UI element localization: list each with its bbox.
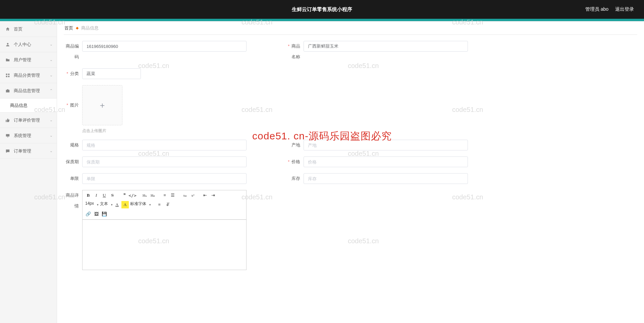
label-image: 图片 <box>64 85 82 125</box>
breadcrumb: 首页 ◆ 商品信息 <box>64 21 637 35</box>
sidebar-item-label: 订单评价管理 <box>14 117 40 123</box>
text-style-select[interactable]: 文本 <box>99 201 109 208</box>
underline-icon[interactable]: U <box>101 192 108 199</box>
sidebar-item-users[interactable]: 用户管理 ⌄ <box>0 52 57 68</box>
sidebar-item-label: 用户管理 <box>14 57 31 63</box>
outdent-icon[interactable]: ⇤ <box>201 192 209 199</box>
input-price[interactable] <box>304 156 468 167</box>
ordered-list-icon[interactable]: ≡ <box>161 192 168 199</box>
sidebar: 首页 个人中心 ⌄ 用户管理 ⌄ 商品分类管理 ⌄ 商品信息管理 ⌃ 商品信息 … <box>0 21 57 323</box>
font-size-select[interactable]: 14px <box>85 201 95 208</box>
h2-icon[interactable]: H₂ <box>149 192 156 199</box>
rich-text-editor: B I U S ❞ </> H₁ H₂ ≡ ☰ <box>82 190 247 270</box>
sidebar-item-home[interactable]: 首页 <box>0 21 57 37</box>
header-right: 管理员 abo 退出登录 <box>585 6 644 12</box>
select-category[interactable] <box>82 68 141 79</box>
chevron-up-icon: ⌃ <box>50 88 53 93</box>
input-stock[interactable] <box>304 173 468 184</box>
label-price: 价格 <box>285 156 304 167</box>
home-icon <box>5 26 10 32</box>
upload-hint: 点击上传图片 <box>82 128 122 134</box>
chevron-down-icon: ⌄ <box>50 58 53 62</box>
input-product-name[interactable] <box>304 41 468 52</box>
sidebar-item-label: 个人中心 <box>14 42 31 48</box>
label-detail: 商品详情 <box>64 190 82 211</box>
input-origin[interactable] <box>304 140 468 150</box>
thumb-icon <box>5 118 10 123</box>
plus-icon: ＋ <box>98 100 106 111</box>
sidebar-item-label: 商品信息管理 <box>14 88 40 94</box>
label-spec: 规格 <box>64 140 82 150</box>
align-icon[interactable]: ≡ <box>156 201 163 208</box>
subscript-icon[interactable]: x₂ <box>181 192 189 199</box>
logout-button[interactable]: 退出登录 <box>615 6 634 12</box>
sidebar-item-label: 首页 <box>14 26 22 32</box>
input-product-code[interactable] <box>82 41 247 52</box>
breadcrumb-separator-icon: ◆ <box>76 26 78 30</box>
chevron-down-icon: ⌄ <box>50 118 53 122</box>
label-origin: 产地 <box>285 140 304 150</box>
sidebar-item-system[interactable]: 系统管理 ⌄ <box>0 128 57 143</box>
grid-icon <box>5 73 10 78</box>
bg-color-icon[interactable]: A <box>121 201 129 208</box>
input-limit[interactable] <box>82 173 247 184</box>
label-product-code: 商品编码 <box>64 41 82 62</box>
indent-icon[interactable]: ⇥ <box>209 192 217 199</box>
product-form: 商品编码 商品名称 分类 图片 <box>64 41 637 276</box>
label-category: 分类 <box>64 68 82 79</box>
svg-rect-4 <box>8 76 9 77</box>
chat-icon <box>5 148 10 154</box>
svg-rect-3 <box>6 76 7 77</box>
editor-body[interactable] <box>83 219 246 270</box>
bold-icon[interactable]: B <box>85 192 92 199</box>
desktop-icon <box>5 133 10 138</box>
unordered-list-icon[interactable]: ☰ <box>169 192 176 199</box>
image-upload[interactable]: ＋ <box>82 85 122 125</box>
label-product-name: 商品名称 <box>285 41 304 62</box>
breadcrumb-home[interactable]: 首页 <box>64 25 73 31</box>
main-content: 首页 ◆ 商品信息 商品编码 商品名称 分类 <box>57 21 644 323</box>
strike-icon[interactable]: S <box>109 192 116 199</box>
editor-toolbar: B I U S ❞ </> H₁ H₂ ≡ ☰ <box>83 190 246 219</box>
briefcase-icon <box>5 88 10 93</box>
sidebar-subitem-product-info[interactable]: 商品信息 <box>0 99 57 113</box>
breadcrumb-current: 商品信息 <box>81 25 99 31</box>
chevron-down-icon: ⌄ <box>50 149 53 153</box>
sidebar-item-personal[interactable]: 个人中心 ⌄ <box>0 37 57 52</box>
chevron-down-icon: ⌄ <box>50 133 53 138</box>
folder-icon <box>5 57 10 63</box>
quote-icon[interactable]: ❞ <box>121 192 128 199</box>
teal-strip <box>0 19 644 21</box>
svg-rect-1 <box>6 73 7 75</box>
sidebar-item-products[interactable]: 商品信息管理 ⌃ <box>0 83 57 99</box>
code-icon[interactable]: </> <box>129 192 136 199</box>
chevron-down-icon: ⌄ <box>50 42 53 47</box>
svg-point-0 <box>7 43 9 45</box>
chevron-down-icon: ⌄ <box>50 73 53 77</box>
header: 生鲜云订单零售系统小程序 管理员 abo 退出登录 <box>0 0 644 19</box>
sidebar-subitem-label: 商品信息 <box>10 103 28 109</box>
svg-rect-5 <box>6 134 10 136</box>
h1-icon[interactable]: H₁ <box>141 192 148 199</box>
font-color-icon[interactable]: A <box>113 201 121 208</box>
italic-icon[interactable]: I <box>93 192 100 199</box>
input-spec[interactable] <box>82 140 247 150</box>
superscript-icon[interactable]: x² <box>189 192 197 199</box>
link-icon[interactable]: 🔗 <box>85 210 92 218</box>
label-shelf-life: 保质期 <box>64 156 82 167</box>
user-icon <box>5 42 10 47</box>
sidebar-item-categories[interactable]: 商品分类管理 ⌄ <box>0 68 57 83</box>
app-title: 生鲜云订单零售系统小程序 <box>292 6 352 13</box>
sidebar-item-reviews[interactable]: 订单评价管理 ⌄ <box>0 113 57 128</box>
input-shelf-life[interactable] <box>82 156 247 167</box>
clear-format-icon[interactable]: T̶ <box>164 201 171 208</box>
label-limit: 单限 <box>64 173 82 184</box>
image-icon[interactable]: 🖼 <box>93 210 100 218</box>
save-icon[interactable]: 💾 <box>101 210 108 218</box>
sidebar-item-label: 订单管理 <box>14 148 31 154</box>
label-stock: 库存 <box>285 173 304 184</box>
admin-label[interactable]: 管理员 abo <box>585 6 608 12</box>
sidebar-item-label: 商品分类管理 <box>14 72 40 78</box>
font-family-select[interactable]: 标准字体 <box>129 201 148 208</box>
sidebar-item-orders[interactable]: 订单管理 ⌄ <box>0 143 57 159</box>
